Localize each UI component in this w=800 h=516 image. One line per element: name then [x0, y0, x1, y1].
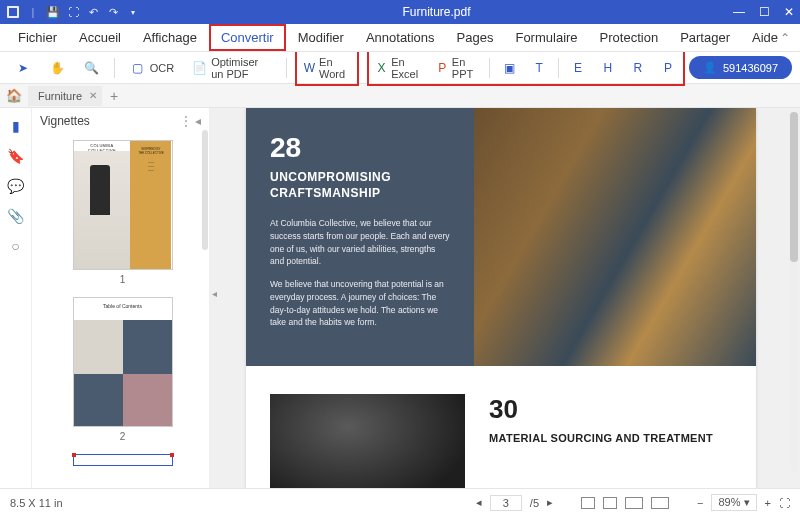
epub-icon: E	[570, 60, 586, 76]
toolbar-separator	[489, 58, 490, 78]
status-bar: 8.5 X 11 in ◂ 3 /5 ▸ − 89% ▾ + ⛶	[0, 488, 800, 516]
page-dimensions: 8.5 X 11 in	[10, 497, 63, 509]
bookmarks-rail-icon[interactable]: 🔖	[7, 148, 24, 164]
thumbnails-title: Vignettes	[40, 114, 90, 128]
to-ppt-button[interactable]: PEn PPT	[430, 52, 486, 84]
section-photo	[474, 108, 756, 366]
collapse-panel-icon[interactable]: ◂	[212, 288, 217, 299]
close-button[interactable]: ✕	[784, 5, 794, 19]
ribbon-toolbar: ➤ ✋ 🔍 ▢OCR 📄Optimiser un PDF WEn Word XE…	[0, 52, 800, 84]
page-number-input[interactable]: 3	[490, 495, 522, 511]
html-convert-icon: H	[600, 60, 616, 76]
single-page-view-icon[interactable]	[581, 497, 595, 509]
text-convert-icon: T	[531, 60, 547, 76]
hand-tool[interactable]: ✋	[42, 56, 72, 80]
thumbnail-page-3[interactable]	[54, 454, 191, 466]
word-icon: W	[304, 60, 315, 76]
prev-page-button[interactable]: ◂	[476, 496, 482, 509]
document-canvas[interactable]: ◂ 28 UNCOMPROMISING CRAFTSMANSHIP At Col…	[210, 108, 800, 488]
thumbnails-scrollbar[interactable]	[202, 130, 208, 250]
redo-icon[interactable]: ↷	[106, 5, 120, 19]
next-page-button[interactable]: ▸	[547, 496, 553, 509]
svg-rect-1	[9, 8, 17, 16]
home-tab-icon[interactable]: 🏠	[0, 88, 28, 103]
maximize-button[interactable]: ☐	[759, 5, 770, 19]
signatures-rail-icon[interactable]: ○	[11, 238, 19, 254]
thumbnail-preview: Table of Contents	[73, 297, 173, 427]
window-controls: — ☐ ✕	[733, 5, 794, 19]
toolbar-separator	[558, 58, 559, 78]
two-page-view-icon[interactable]	[625, 497, 643, 509]
zoom-out-button[interactable]: −	[697, 497, 703, 509]
work-area: ▮ 🔖 💬 📎 ○ Vignettes ⋮ ◂ COLUMBIACOLLECTI…	[0, 108, 800, 488]
menu-convertir[interactable]: Convertir	[209, 24, 286, 51]
qat-divider: |	[26, 5, 40, 19]
pdf-page: 28 UNCOMPROMISING CRAFTSMANSHIP At Colum…	[246, 108, 756, 488]
undo-icon[interactable]: ↶	[86, 5, 100, 19]
zoom-level[interactable]: 89% ▾	[711, 494, 756, 511]
fullscreen-icon[interactable]: ⛶	[779, 497, 790, 509]
document-tab[interactable]: Furniture ✕	[28, 86, 102, 106]
to-rtf-button[interactable]: R	[623, 56, 653, 80]
continuous-view-icon[interactable]	[603, 497, 617, 509]
crop-icon[interactable]: ⛶	[66, 5, 80, 19]
to-epub-button[interactable]: E	[563, 56, 593, 80]
save-icon[interactable]: 💾	[46, 5, 60, 19]
menu-accueil[interactable]: Accueil	[69, 26, 131, 49]
rtf-icon: R	[630, 60, 646, 76]
canvas-scrollbar[interactable]	[790, 112, 798, 472]
window-title: Furniture.pdf	[140, 5, 733, 19]
nav-rail: ▮ 🔖 💬 📎 ○	[0, 108, 32, 488]
title-bar: | 💾 ⛶ ↶ ↷ ▾ Furniture.pdf — ☐ ✕	[0, 0, 800, 24]
zoom-tool[interactable]: 🔍	[76, 56, 106, 80]
account-id: 591436097	[723, 62, 778, 74]
thumbnails-rail-icon[interactable]: ▮	[12, 118, 20, 134]
two-page-continuous-icon[interactable]	[651, 497, 669, 509]
to-image-button[interactable]: ▣	[494, 56, 524, 80]
excel-icon: X	[376, 60, 388, 76]
menu-protection[interactable]: Protection	[590, 26, 669, 49]
menu-modifier[interactable]: Modifier	[288, 26, 354, 49]
qat-dropdown-icon[interactable]: ▾	[126, 5, 140, 19]
thumbnails-list: COLUMBIACOLLECTIVE INSPIRED BYTHE COLLEC…	[32, 134, 209, 488]
zoom-in-button[interactable]: +	[765, 497, 771, 509]
menu-fichier[interactable]: Fichier	[8, 26, 67, 49]
to-text-button[interactable]: T	[524, 56, 554, 80]
optimize-label: Optimiser un PDF	[211, 56, 271, 80]
collapse-ribbon-icon[interactable]: ⌃	[780, 31, 790, 45]
zoom-icon: 🔍	[83, 60, 99, 76]
select-tool[interactable]: ➤	[8, 56, 38, 80]
section-number: 28	[270, 132, 450, 164]
ocr-button[interactable]: ▢OCR	[123, 56, 181, 80]
page-section-28: 28 UNCOMPROMISING CRAFTSMANSHIP At Colum…	[246, 108, 756, 366]
menu-annotations[interactable]: Annotations	[356, 26, 445, 49]
thumbnail-page-2[interactable]: Table of Contents 2	[54, 297, 191, 442]
to-excel-button[interactable]: XEn Excel	[369, 52, 430, 84]
minimize-button[interactable]: —	[733, 5, 745, 19]
new-tab-button[interactable]: +	[102, 88, 126, 104]
image-convert-icon: ▣	[501, 60, 517, 76]
account-pill[interactable]: 👤 591436097	[689, 56, 792, 79]
menu-affichage[interactable]: Affichage	[133, 26, 207, 49]
menu-bar: Fichier Accueil Affichage Convertir Modi…	[0, 24, 800, 52]
menu-pages[interactable]: Pages	[447, 26, 504, 49]
scrollbar-thumb[interactable]	[790, 112, 798, 262]
document-tabstrip: 🏠 Furniture ✕ +	[0, 84, 800, 108]
attachments-rail-icon[interactable]: 📎	[7, 208, 24, 224]
comments-rail-icon[interactable]: 💬	[7, 178, 24, 194]
to-html-button[interactable]: H	[593, 56, 623, 80]
to-pdfa-button[interactable]: P	[653, 56, 683, 80]
thumbnail-page-1[interactable]: COLUMBIACOLLECTIVE INSPIRED BYTHE COLLEC…	[54, 140, 191, 285]
thumbnails-panel: Vignettes ⋮ ◂ COLUMBIACOLLECTIVE INSPIRE…	[32, 108, 210, 488]
tab-close-icon[interactable]: ✕	[89, 90, 97, 101]
hand-icon: ✋	[49, 60, 65, 76]
thumbnail-preview-selected	[73, 454, 173, 466]
thumbnails-menu-icon[interactable]: ⋮ ◂	[180, 114, 201, 128]
menu-partager[interactable]: Partager	[670, 26, 740, 49]
section-heading: MATERIAL SOURCING AND TREATMENT	[489, 431, 713, 445]
to-ppt-label: En PPT	[452, 56, 479, 80]
optimize-pdf-button[interactable]: 📄Optimiser un PDF	[185, 52, 278, 84]
pdfa-icon: P	[660, 60, 676, 76]
menu-formulaire[interactable]: Formulaire	[505, 26, 587, 49]
to-word-button[interactable]: WEn Word	[297, 52, 357, 84]
